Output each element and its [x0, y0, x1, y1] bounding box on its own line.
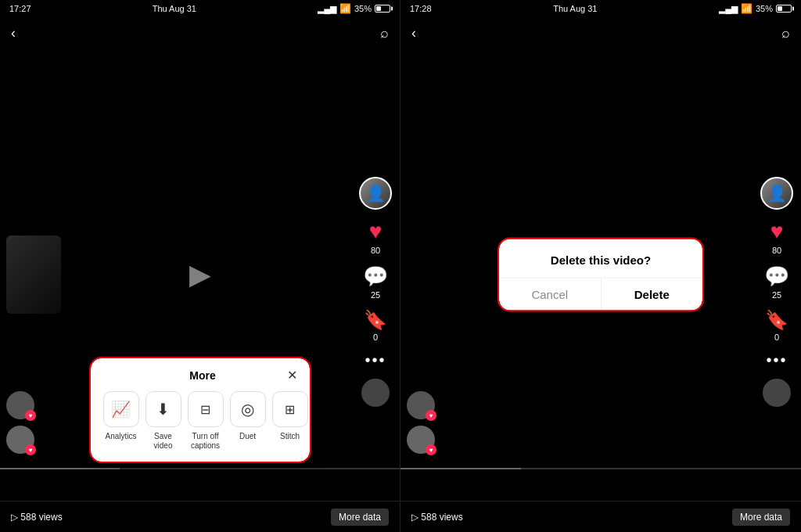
status-icons-right: ▂▄▆ 📶 35% [719, 3, 792, 14]
like-action-right[interactable]: ♥ 80 [770, 219, 784, 255]
right-left-bottom-avatars: ♥ ♥ [407, 391, 435, 454]
battery-pct-right: 35% [756, 4, 773, 13]
delete-button[interactable]: Delete [602, 279, 703, 311]
like-action-left[interactable]: ♥ 80 [369, 219, 383, 255]
analytics-label: Analytics [105, 432, 136, 441]
more-icon-right: ••• [766, 351, 787, 369]
like-count-left: 80 [371, 246, 380, 255]
dialog-title: Delete this video? [499, 239, 702, 279]
stitch-action[interactable]: ⊞ Stitch [272, 391, 308, 451]
bookmark-count-right: 0 [774, 332, 779, 342]
right-sidebar-left: 👤 ♥ 80 💬 25 🔖 0 ••• [359, 177, 392, 407]
follower-avatar-1: ♥ [6, 391, 34, 419]
small-avatar-left [361, 379, 390, 407]
captions-label: Turn off captions [188, 432, 224, 451]
views-left: ▷ 588 views [11, 512, 63, 523]
status-bar-right: 17:28 Thu Aug 31 ▂▄▆ 📶 35% [400, 0, 801, 17]
comment-icon-left: 💬 [363, 264, 388, 289]
comment-count-left: 25 [371, 290, 380, 300]
right-sidebar-right: 👤 ♥ 80 💬 25 🔖 0 ••• [760, 177, 793, 407]
avatar-left[interactable]: 👤 [359, 177, 392, 210]
heart-icon-left: ♥ [369, 219, 383, 244]
modal-title: More [119, 369, 287, 382]
more-action-right[interactable]: ••• [766, 351, 787, 369]
wifi-icon-right: 📶 [741, 3, 753, 14]
bookmark-action-right[interactable]: 🔖 0 [765, 309, 788, 342]
save-video-label: Save video [145, 432, 181, 451]
signal-icon-right: ▂▄▆ [719, 4, 738, 14]
progress-bar-left [0, 468, 400, 469]
cancel-button[interactable]: Cancel [499, 279, 602, 311]
play-button-left[interactable]: ▶ [189, 258, 211, 291]
back-button-right[interactable]: ‹ [411, 25, 416, 41]
stitch-label: Stitch [280, 432, 300, 441]
left-screen: 17:27 Thu Aug 31 ▂▄▆ 📶 35% ‹ ⌕ ▶ 👤 [0, 0, 400, 532]
bookmark-action-left[interactable]: 🔖 0 [364, 309, 387, 342]
bookmark-icon-right: 🔖 [765, 309, 788, 331]
small-avatar-right [763, 379, 791, 407]
save-video-action[interactable]: ⬇ Save video [145, 391, 181, 451]
modal-actions: 📈 Analytics ⬇ Save video ⊟ Turn off capt… [103, 391, 297, 451]
status-day-right: Thu Aug 31 [553, 4, 597, 13]
search-button-left[interactable]: ⌕ [380, 25, 389, 41]
analytics-icon: 📈 [103, 391, 139, 427]
duet-action[interactable]: ◎ Duet [230, 391, 266, 451]
modal-header: More ✕ [103, 369, 297, 382]
right-screen: 17:28 Thu Aug 31 ▂▄▆ 📶 35% ‹ ⌕ 👤 ♥ 80 [400, 0, 801, 532]
signal-icon-left: ▂▄▆ [318, 4, 336, 14]
modal-close-button[interactable]: ✕ [287, 369, 297, 382]
more-modal: More ✕ 📈 Analytics ⬇ Save video ⊟ Turn o… [91, 358, 310, 462]
video-area-right: 👤 ♥ 80 💬 25 🔖 0 ••• ♥ [400, 49, 801, 501]
delete-dialog: Delete this video? Cancel Delete [499, 239, 702, 311]
more-data-button-right[interactable]: More data [732, 509, 790, 526]
save-video-icon: ⬇ [145, 391, 181, 427]
comment-icon-right: 💬 [764, 264, 789, 289]
status-bar-left: 17:27 Thu Aug 31 ▂▄▆ 📶 35% [0, 0, 400, 17]
status-day-left: Thu Aug 31 [153, 4, 196, 13]
nav-bar-right: ‹ ⌕ [400, 17, 801, 49]
more-action-left[interactable]: ••• [365, 351, 386, 369]
nav-bar-left: ‹ ⌕ [0, 17, 400, 49]
battery-icon-left [375, 5, 390, 13]
stitch-icon: ⊞ [272, 391, 308, 427]
captions-icon: ⊟ [188, 391, 224, 427]
search-button-right[interactable]: ⌕ [781, 25, 790, 41]
battery-icon-right [776, 5, 792, 13]
bottom-bar-left: ▷ 588 views More data [0, 501, 400, 532]
right-follower-avatar-2: ♥ [407, 426, 435, 454]
bookmark-icon-left: 🔖 [364, 309, 387, 331]
more-icon-left: ••• [365, 351, 386, 369]
like-count-right: 80 [772, 246, 781, 255]
captions-action[interactable]: ⊟ Turn off captions [188, 391, 224, 451]
heart-icon-right: ♥ [770, 219, 784, 244]
battery-pct-left: 35% [354, 4, 372, 13]
analytics-action[interactable]: 📈 Analytics [103, 391, 139, 451]
views-right: ▷ 588 views [411, 512, 463, 523]
more-data-button-left[interactable]: More data [331, 509, 389, 526]
thumbnail-video-left [6, 235, 61, 314]
comment-action-right[interactable]: 💬 25 [764, 264, 789, 300]
video-area-left: ▶ 👤 ♥ 80 💬 25 🔖 0 ••• [0, 49, 400, 501]
comment-action-left[interactable]: 💬 25 [363, 264, 388, 300]
comment-count-right: 25 [772, 290, 781, 300]
status-icons-left: ▂▄▆ 📶 35% [318, 3, 390, 14]
bookmark-count-left: 0 [373, 332, 378, 342]
avatar-right[interactable]: 👤 [760, 177, 793, 210]
dialog-buttons: Cancel Delete [499, 279, 702, 311]
left-bottom-avatars: ♥ ♥ [6, 391, 34, 454]
back-button-left[interactable]: ‹ [11, 25, 16, 41]
right-follower-avatar-1: ♥ [407, 391, 435, 419]
duet-label: Duet [239, 432, 256, 441]
progress-bar-right [400, 468, 801, 469]
duet-icon: ◎ [230, 391, 266, 427]
status-time-right: 17:28 [410, 4, 432, 13]
bottom-bar-right: ▷ 588 views More data [400, 501, 801, 532]
wifi-icon-left: 📶 [339, 3, 351, 14]
status-time-left: 17:27 [9, 4, 31, 13]
follower-avatar-2: ♥ [6, 426, 34, 454]
